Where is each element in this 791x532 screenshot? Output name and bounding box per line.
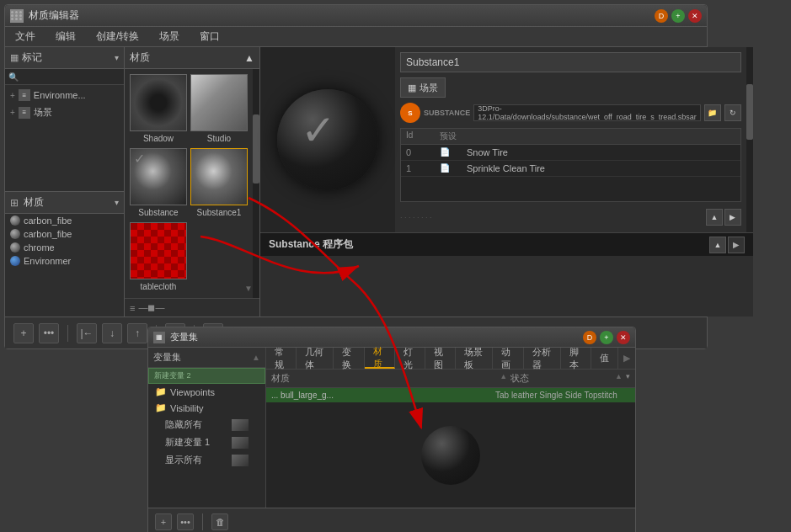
var-sub-hide-all[interactable]: 隐藏所有: [148, 416, 265, 434]
preview-area: [260, 47, 395, 232]
path-browse-btn[interactable]: 📁: [704, 104, 721, 121]
menu-file[interactable]: 文件: [12, 28, 39, 45]
substance-logo: S: [400, 103, 420, 123]
var-tree-visibility[interactable]: 📁 Visibility: [148, 400, 265, 416]
var-table-header: 材质 ▲ 状态 ▲ ▾: [266, 370, 635, 388]
mat-label: carbon_fibe: [24, 215, 72, 226]
mb-item-substance[interactable]: Substance: [130, 148, 187, 219]
var-btn-d[interactable]: D: [583, 331, 596, 344]
preset-name-0: Snow Tire: [467, 147, 735, 157]
tabs-more-btn[interactable]: ▶: [618, 348, 635, 369]
var-sub-thumb: [232, 419, 249, 431]
col-dropdown[interactable]: ▾: [626, 372, 630, 385]
var-table-area: 材质 ▲ 状态 ▲ ▾ ... bull_large_g... Tab leat…: [266, 370, 635, 508]
mb-thumb-substance1: [190, 148, 248, 205]
btn-plus[interactable]: +: [671, 9, 685, 23]
tab-light[interactable]: 灯光: [395, 348, 425, 369]
menu-scene[interactable]: 场景: [156, 28, 183, 45]
var-item-label: Visibility: [170, 403, 204, 413]
tab-script[interactable]: 脚本: [561, 348, 591, 369]
tool-more[interactable]: •••: [39, 323, 59, 343]
tab-analyzer[interactable]: 分析器: [524, 348, 561, 369]
menu-edit[interactable]: 编辑: [52, 28, 79, 45]
tree-item-environment[interactable]: + ≡ Environme...: [5, 87, 124, 104]
col-state: 状态: [510, 372, 612, 385]
mat-item-1[interactable]: carbon_fibe: [5, 227, 124, 241]
tree-item-icon: ≡: [19, 89, 30, 101]
mb-item-studio[interactable]: Studio: [190, 74, 248, 145]
right-panel-scrollbar[interactable]: [746, 47, 753, 232]
col-sort-mat: ▲: [500, 372, 507, 385]
col-preset: 预设: [440, 130, 735, 142]
right-panel: Substance1 ▦ 场景 S SUBSTANCE 3DPro-12.1/D…: [260, 47, 753, 317]
var-right-panel: 常规 几何体 变换 材质 灯光 视图 场景板 动画 分析器 脚本 值 ▶ 材质 …: [266, 348, 635, 508]
var-left-label: 变量集: [153, 351, 252, 364]
var-btn-close[interactable]: ✕: [617, 331, 630, 344]
var-title-bar: ▦ 变量集 D + ✕: [148, 327, 635, 348]
folder-icon: 📁: [155, 402, 167, 413]
scene-button[interactable]: ▦ 场景: [400, 77, 446, 98]
var-tree-viewpoints[interactable]: 📁 Viewpoints: [148, 384, 265, 400]
pkg-expand-btn[interactable]: ▲: [709, 237, 726, 253]
material-browser-title: 材质: [130, 51, 150, 65]
var-new-variable-btn[interactable]: 新建变量 2: [148, 368, 265, 384]
tree-item-scene[interactable]: + ≡ 场景: [5, 104, 124, 121]
tab-animation[interactable]: 动画: [493, 348, 523, 369]
path-reload-btn[interactable]: ↻: [724, 104, 741, 121]
material-browser-scrollbar[interactable]: [253, 69, 259, 298]
var-table-row-0[interactable]: ... bull_large_g... Tab leather Single S…: [266, 388, 635, 402]
mb-item-shadow[interactable]: Shadow: [130, 74, 187, 145]
mat-item-2[interactable]: chrome: [5, 241, 124, 254]
tool-up[interactable]: ↑: [127, 323, 147, 343]
tool-arrow-left[interactable]: |←: [77, 323, 97, 343]
var-content: 变量集 ▲ 新建变量 2 📁 Viewpoints 📁 Visibility 隐…: [148, 348, 635, 508]
preset-row-0[interactable]: 0 📄 Snow Tire: [401, 145, 740, 161]
var-toolbar: + ••• 🗑: [148, 508, 635, 532]
tab-material[interactable]: 材质: [365, 348, 395, 369]
mb-thumb-tablecloth: [130, 222, 187, 279]
var-sub-show-all[interactable]: 显示所有: [148, 451, 265, 469]
var-tool-more[interactable]: •••: [177, 513, 194, 530]
mb-ctrl-size-icon[interactable]: —◼—: [138, 302, 164, 313]
var-tool-delete[interactable]: 🗑: [211, 513, 228, 530]
mat-item-3[interactable]: Environmer: [5, 254, 124, 268]
tab-geometry[interactable]: 几何体: [297, 348, 334, 369]
mb-ctrl-list-icon[interactable]: ≡: [130, 303, 135, 313]
search-input[interactable]: [22, 72, 138, 82]
material-browser-header: 材质 ▲: [125, 47, 259, 69]
material-name-field[interactable]: Substance1: [400, 52, 741, 72]
preset-id-1: 1: [406, 163, 423, 173]
mat-item-0[interactable]: carbon_fibe: [5, 214, 124, 227]
tab-sceneboard[interactable]: 场景板: [456, 348, 493, 369]
mb-label-substance1: Substance1: [197, 208, 242, 217]
col-material: 材质: [271, 372, 496, 385]
menu-window[interactable]: 窗口: [196, 28, 223, 45]
tab-normal[interactable]: 常规: [266, 348, 297, 369]
substance-path-row: S SUBSTANCE 3DPro-12.1/Data/downloads/su…: [400, 103, 741, 123]
mb-label-shadow: Shadow: [143, 134, 174, 143]
tool-down[interactable]: ↓: [102, 323, 122, 343]
scene-btn-icon: ▦: [408, 82, 416, 93]
preset-row-1[interactable]: 1 📄 Sprinkle Clean Tire: [401, 161, 740, 177]
expand-right-btn[interactable]: ▶: [724, 209, 741, 226]
var-sub-new-var[interactable]: 新建变量 1: [148, 434, 265, 451]
tab-view[interactable]: 视图: [425, 348, 456, 369]
substance-pkg-label: Substance 程序包: [269, 237, 353, 252]
btn-d[interactable]: D: [655, 9, 668, 23]
toolbar-separator-1: [67, 325, 68, 342]
mb-item-substance1[interactable]: Substance1: [190, 148, 248, 219]
var-btn-plus[interactable]: +: [600, 331, 613, 344]
tab-transform[interactable]: 变换: [334, 348, 364, 369]
mat-label: carbon_fibe: [24, 229, 72, 239]
material-browser-scroll-up[interactable]: ▲: [244, 52, 254, 64]
menu-create[interactable]: 创建/转换: [93, 28, 142, 45]
tab-value[interactable]: 值: [591, 348, 618, 369]
mat-label: Environmer: [24, 256, 71, 266]
mat-color-dot: [10, 256, 20, 266]
pkg-option-btn[interactable]: ▶: [728, 237, 745, 253]
btn-close[interactable]: ✕: [688, 9, 702, 23]
mb-item-tablecloth[interactable]: tablecloth: [130, 222, 187, 293]
tool-add[interactable]: +: [13, 323, 34, 343]
expand-up-btn[interactable]: ▲: [706, 209, 723, 226]
var-tool-add[interactable]: +: [155, 513, 172, 530]
